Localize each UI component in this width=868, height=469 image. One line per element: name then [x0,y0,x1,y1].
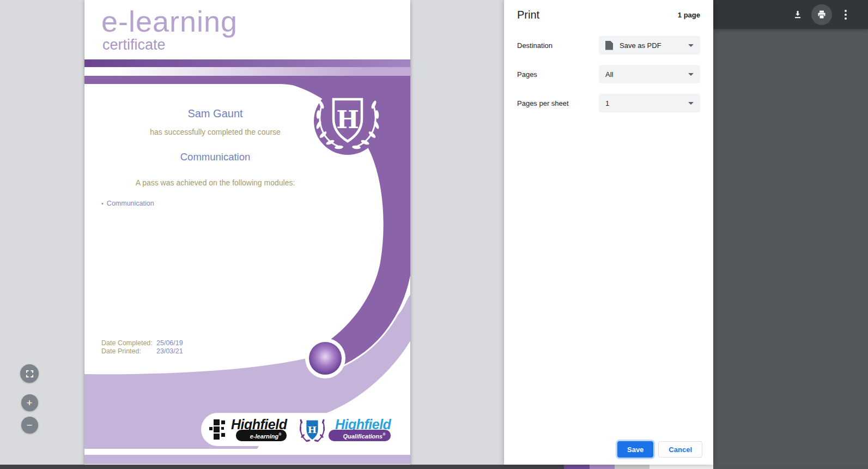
print-dialog-title: Print [517,9,539,21]
destination-select[interactable]: Save as PDF [599,36,700,55]
date-printed-value: 23/03/21 [156,347,183,356]
sheet-count: 1 page [678,11,700,19]
certificate-dates: Date Completed: 25/06/19 Date Printed: 2… [101,339,183,355]
print-dialog: Print 1 page Destination Save as PDF Pag… [504,0,713,465]
print-dialog-header: Print 1 page [504,0,713,21]
print-dialog-footer: Save Cancel [617,441,702,458]
qualifications-crest-letter: H [308,424,317,435]
bottom-edge-strip [0,465,868,469]
certificate-brand: e-learning certificate [101,5,238,52]
save-button[interactable]: Save [617,441,653,458]
certificate-artwork: H [84,0,410,465]
chevron-down-icon [688,102,694,105]
print-button[interactable] [811,4,832,25]
qualifications-logo-tagline: Qualifications® [329,430,391,442]
zoom-in-button[interactable]: + [21,394,38,411]
module-list-item: •Communication [101,200,154,207]
date-printed-row: Date Printed: 23/03/21 [101,347,183,356]
pages-select[interactable]: All [599,65,700,83]
date-completed-row: Date Completed: 25/06/19 [101,339,183,347]
grid-blocks-icon [209,419,227,440]
module-name: Communication [107,200,154,207]
fit-to-page-button[interactable] [20,364,39,383]
date-completed-value: 25/06/19 [156,339,183,347]
pages-label: Pages [517,70,537,79]
elearning-logo-tagline: e-learning® [236,430,287,442]
pdf-preview-area: H e-learning certificate Sam Gaunt has s… [0,0,504,465]
recipient-name: Sam Gaunt [84,107,346,120]
pdf-viewer-backdrop [713,0,868,465]
pages-per-sheet-row: Pages per sheet 1 [504,94,713,112]
print-icon [817,10,827,20]
pages-per-sheet-value: 1 [605,99,609,107]
course-title: Communication [84,151,346,163]
download-button[interactable] [791,8,805,22]
zoom-controls: + − [20,364,39,434]
pass-line: A pass was achieved on the following mod… [84,178,346,187]
certificate-body: Sam Gaunt has successfully completed the… [84,107,346,187]
print-preview-screen: H e-learning certificate Sam Gaunt has s… [0,0,868,469]
cancel-button[interactable]: Cancel [658,441,702,458]
destination-label: Destination [517,41,553,50]
qualifications-logo-name: Highfield [335,418,391,431]
elearning-logo-name: Highfield [231,418,287,431]
purple-orb [309,342,342,375]
zoom-in-icon: + [26,398,32,408]
pages-value: All [605,70,613,79]
zoom-out-button[interactable]: − [21,417,38,434]
more-vertical-icon [845,10,847,20]
zoom-out-icon: − [26,420,32,430]
date-printed-label: Date Printed: [101,347,156,356]
brand-title: e-learning [101,5,238,37]
destination-value: Save as PDF [620,41,661,50]
bullet-marker: • [101,200,104,207]
date-completed-label: Date Completed: [101,339,156,347]
fit-to-page-icon [26,370,34,378]
highfield-qualifications-logo: H Highfield Qualifications® [300,416,391,443]
pages-per-sheet-label: Pages per sheet [517,99,569,107]
chevron-down-icon [688,44,694,47]
pdf-file-icon [605,41,613,50]
pages-row: Pages All [504,65,713,83]
completion-line: has successfully completed the course [84,128,346,136]
qualifications-crest-icon: H [300,416,325,443]
pdf-toolbar [713,0,868,29]
pages-per-sheet-select[interactable]: 1 [599,94,700,112]
brand-subtitle: certificate [102,37,238,52]
destination-row: Destination Save as PDF [504,36,713,55]
chevron-down-icon [688,73,694,76]
footer-logo-pill: Highfield e-learning® [201,413,410,446]
more-options-button[interactable] [839,8,853,22]
certificate-page: H e-learning certificate Sam Gaunt has s… [84,0,410,465]
highfield-elearning-logo: Highfield e-learning® [209,418,287,442]
download-icon [793,10,803,20]
